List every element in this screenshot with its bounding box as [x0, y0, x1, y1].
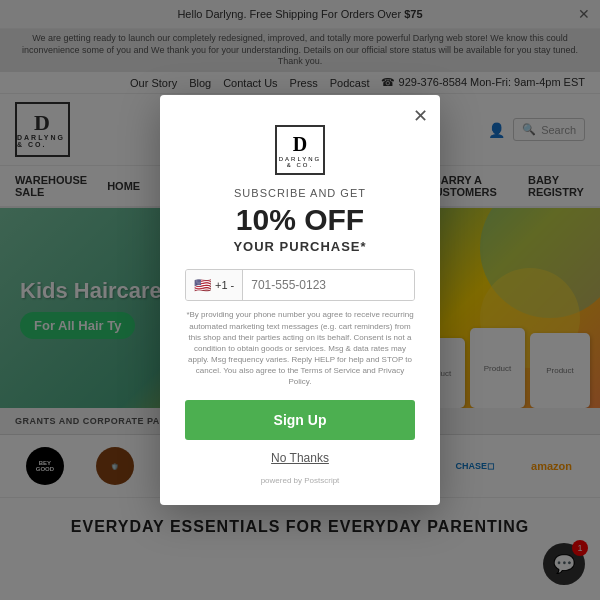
country-selector[interactable]: 🇺🇸 +1 -: [186, 270, 243, 300]
modal-overlay[interactable]: ✕ D DARLYNG & CO. SUBSCRIBE AND GET 10% …: [0, 0, 600, 600]
discount-label: 10% OFF: [185, 203, 415, 237]
sign-up-button[interactable]: Sign Up: [185, 400, 415, 440]
no-thanks-button[interactable]: No Thanks: [271, 451, 329, 465]
subscribe-label: SUBSCRIBE AND GET: [185, 187, 415, 199]
terms-text: *By providing your phone number you agre…: [185, 309, 415, 387]
phone-input[interactable]: [243, 270, 414, 300]
powered-by: powered by Postscript: [185, 476, 415, 485]
country-code: +1 -: [215, 279, 234, 291]
phone-input-row: 🇺🇸 +1 -: [185, 269, 415, 301]
purchase-label: YOUR PURCHASE*: [185, 239, 415, 254]
subscribe-modal: ✕ D DARLYNG & CO. SUBSCRIBE AND GET 10% …: [160, 95, 440, 504]
flag-icon: 🇺🇸: [194, 277, 211, 293]
modal-logo: D DARLYNG & CO.: [275, 125, 325, 175]
modal-close-button[interactable]: ✕: [413, 105, 428, 127]
